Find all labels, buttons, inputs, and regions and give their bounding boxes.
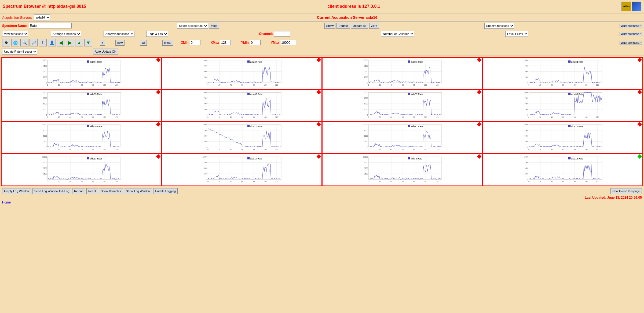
x-button[interactable]: x bbox=[100, 40, 105, 46]
prev-arrow-btn[interactable]: ◀ bbox=[57, 39, 65, 46]
show-button[interactable]: Show bbox=[324, 23, 336, 29]
next-arrow-btn[interactable]: ▶ bbox=[66, 39, 74, 46]
svg-text:0: 0 bbox=[368, 84, 369, 86]
what-these-1[interactable]: What are these? bbox=[620, 24, 642, 28]
svg-text:40: 40 bbox=[551, 148, 553, 150]
gallery-cell-aida08[interactable]: 025005000750010000020406080100120aida08 … bbox=[482, 89, 643, 122]
show-variables-btn[interactable]: Show Variables bbox=[99, 188, 123, 194]
svg-text:5000: 5000 bbox=[525, 135, 529, 137]
up-arrow-btn[interactable]: ▲ bbox=[75, 39, 83, 46]
svg-text:7500: 7500 bbox=[525, 97, 529, 99]
svg-text:5000: 5000 bbox=[364, 167, 368, 169]
update-all-button[interactable]: Update All bbox=[351, 23, 368, 29]
svg-text:5000: 5000 bbox=[364, 135, 368, 137]
how-to-use-btn[interactable]: How to use this page bbox=[610, 188, 642, 194]
gallery-cell-aida10[interactable]: 025005000750010000020406080100120aida10 … bbox=[162, 122, 322, 154]
svg-text:120: 120 bbox=[596, 181, 599, 183]
svg-text:0: 0 bbox=[46, 82, 47, 84]
svg-text:20: 20 bbox=[539, 116, 541, 118]
ymin-input[interactable] bbox=[250, 40, 261, 45]
zero-button[interactable]: Zero bbox=[369, 23, 379, 29]
gallery-cell-aida09[interactable]: 025005000750010000020406080100120aida09 … bbox=[1, 122, 162, 154]
svg-text:120: 120 bbox=[115, 84, 118, 86]
num-galleries-dropdown[interactable]: Number of Galleries bbox=[381, 31, 414, 37]
svg-text:5000: 5000 bbox=[525, 71, 529, 72]
layout-id-dropdown[interactable]: Layout ID=1 bbox=[505, 31, 528, 37]
gallery-cell-aida06[interactable]: 025005000750010000020406080100120aida06 … bbox=[162, 89, 322, 122]
what-these-3[interactable]: What are these? bbox=[620, 41, 642, 45]
zoom-out-icon-btn[interactable]: 🔎 bbox=[30, 39, 38, 46]
view-functions-dropdown[interactable]: View functions bbox=[2, 31, 28, 37]
all-button[interactable]: all bbox=[140, 40, 147, 46]
chart-area-aida15: 025005000750010000020406080100120aida 5 … bbox=[324, 155, 481, 184]
ymax-input[interactable] bbox=[280, 40, 296, 45]
svg-rect-376 bbox=[247, 157, 250, 159]
gallery-cell-aida13[interactable]: 025005000750010000020406080100120aida13 … bbox=[1, 154, 162, 186]
svg-rect-79 bbox=[408, 60, 410, 63]
toolbar-row4: Update Rate (8 secs) Auto Update ON bbox=[0, 48, 644, 56]
svg-text:60: 60 bbox=[81, 84, 83, 86]
svg-rect-52 bbox=[247, 60, 250, 63]
info-icon-btn[interactable]: ℹ bbox=[39, 39, 47, 46]
svg-text:10000: 10000 bbox=[203, 92, 207, 93]
svg-text:10000: 10000 bbox=[363, 124, 368, 126]
gallery-cell-aida03[interactable]: 025005000750010000020406080100120aida03 … bbox=[322, 57, 482, 89]
svg-text:100: 100 bbox=[585, 116, 588, 118]
new-button[interactable]: new bbox=[115, 40, 125, 46]
xmax-input[interactable] bbox=[220, 40, 231, 45]
svg-text:0: 0 bbox=[528, 148, 529, 150]
gallery-cell-aida02[interactable]: 025005000750010000020406080100120aida02 … bbox=[162, 57, 322, 89]
gallery-cell-aida12[interactable]: 025005000750010000020406080100120aida12 … bbox=[482, 122, 643, 154]
gallery-cell-aida05[interactable]: 025005000750010000020406080100120aida05 … bbox=[1, 89, 162, 122]
xmin-input[interactable] bbox=[190, 40, 200, 45]
svg-text:0: 0 bbox=[367, 146, 368, 148]
svg-text:0: 0 bbox=[206, 179, 207, 180]
toolbar-row1: Spectrum Name: Select a spectrum multi S… bbox=[0, 22, 644, 30]
multi-button[interactable]: multi bbox=[209, 23, 219, 29]
gallery-cell-aida11[interactable]: 025005000750010000020406080100120aida11 … bbox=[322, 122, 482, 154]
down-arrow-btn[interactable]: ▼ bbox=[84, 39, 92, 46]
svg-text:40: 40 bbox=[390, 84, 393, 86]
acq-server-select[interactable]: aida16 bbox=[34, 14, 50, 20]
svg-text:60: 60 bbox=[241, 84, 243, 86]
send-log-btn[interactable]: Send Log Window to ELog bbox=[32, 188, 71, 194]
select-spectrum-dropdown[interactable]: Select a spectrum bbox=[177, 23, 208, 29]
gallery-cell-aida15[interactable]: 025005000750010000020406080100120aida 5 … bbox=[322, 154, 482, 186]
svg-text:2500: 2500 bbox=[364, 76, 368, 78]
auto-update-btn[interactable]: Auto Update ON bbox=[93, 49, 118, 54]
gallery-cell-aida07[interactable]: 025005000750010000020406080100120aida07 … bbox=[322, 89, 482, 122]
gallery-cell-aida14[interactable]: 025005000750010000020406080100120aida14 … bbox=[162, 154, 322, 186]
person-icon-btn[interactable]: 👤 bbox=[48, 39, 56, 46]
enable-logging-btn[interactable]: Enable Logging bbox=[153, 188, 177, 194]
spectra-functions-dropdown[interactable]: Spectra functions bbox=[484, 23, 514, 29]
zoom-in-icon-btn[interactable]: 🔍 bbox=[20, 39, 28, 46]
spectrum-name-input[interactable] bbox=[29, 23, 72, 28]
svg-text:5000: 5000 bbox=[43, 167, 47, 169]
linear-button[interactable]: linear bbox=[162, 40, 173, 46]
svg-text:80: 80 bbox=[92, 116, 94, 118]
svg-text:60: 60 bbox=[402, 148, 404, 150]
gallery-cell-aida04[interactable]: 025005000750010000020406080100120aida04 … bbox=[482, 57, 643, 89]
show-log-window-btn[interactable]: Show Log Window bbox=[124, 188, 152, 194]
globe-icon-btn[interactable]: 🌐 bbox=[11, 39, 19, 46]
empty-log-btn[interactable]: Empty Log Window bbox=[2, 188, 31, 194]
svg-text:aida 5 Rate: aida 5 Rate bbox=[411, 157, 422, 160]
reload-btn[interactable]: Reload bbox=[72, 188, 85, 194]
svg-text:80: 80 bbox=[253, 181, 255, 183]
what-these-2[interactable]: What are these? bbox=[620, 32, 642, 36]
gallery-cell-aida16[interactable]: 025005000750010000020406080100120aida16 … bbox=[482, 154, 643, 186]
update-button[interactable]: Update bbox=[336, 23, 350, 29]
home-link[interactable]: Home bbox=[0, 200, 644, 205]
nuclear-icon-btn[interactable]: ☢ bbox=[2, 39, 10, 46]
analysis-functions-dropdown[interactable]: Analysis functions bbox=[104, 31, 134, 37]
update-rate-dropdown[interactable]: Update Rate (8 secs) bbox=[2, 49, 37, 54]
gallery-cell-aida01[interactable]: 025005000750010000020406080100120aida01 … bbox=[1, 57, 162, 89]
svg-text:7500: 7500 bbox=[525, 65, 529, 67]
svg-rect-106 bbox=[568, 60, 570, 63]
tags-fits-dropdown[interactable]: Tags & Fits bbox=[146, 31, 168, 37]
arrange-functions-dropdown[interactable]: Arrange functions bbox=[51, 31, 81, 37]
reset-btn[interactable]: Reset bbox=[86, 188, 98, 194]
ymin-label: YMin bbox=[241, 41, 249, 45]
channel-input[interactable] bbox=[274, 31, 290, 37]
svg-text:0: 0 bbox=[47, 84, 48, 86]
